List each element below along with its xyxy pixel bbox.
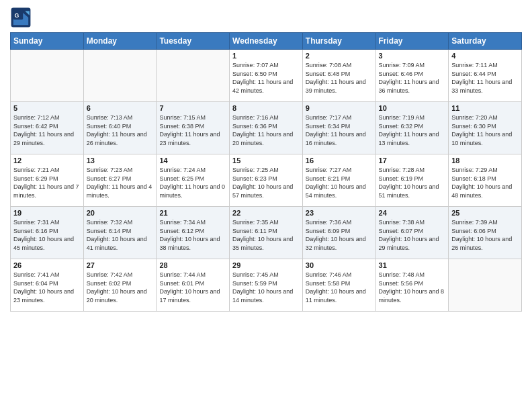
day-info: Sunrise: 7:45 AM Sunset: 5:59 PM Dayligh… — [232, 271, 300, 304]
day-number: 25 — [451, 209, 519, 217]
calendar-header-row: SundayMondayTuesdayWednesdayThursdayFrid… — [11, 33, 522, 50]
calendar-cell — [157, 50, 230, 102]
day-number: 29 — [232, 261, 300, 269]
day-info: Sunrise: 7:44 AM Sunset: 6:01 PM Dayligh… — [159, 271, 226, 304]
calendar-cell: 1Sunrise: 7:07 AM Sunset: 6:50 PM Daylig… — [230, 50, 303, 102]
calendar-cell: 5Sunrise: 7:12 AM Sunset: 6:42 PM Daylig… — [11, 102, 84, 154]
calendar-cell: 2Sunrise: 7:08 AM Sunset: 6:48 PM Daylig… — [302, 50, 375, 102]
weekday-header: Thursday — [302, 33, 375, 50]
day-info: Sunrise: 7:38 AM Sunset: 6:07 PM Dayligh… — [379, 218, 446, 252]
day-info: Sunrise: 7:32 AM Sunset: 6:14 PM Dayligh… — [87, 218, 154, 252]
day-info: Sunrise: 7:09 AM Sunset: 6:46 PM Dayligh… — [379, 61, 446, 95]
calendar-cell: 12Sunrise: 7:21 AM Sunset: 6:29 PM Dayli… — [11, 154, 84, 207]
day-number: 20 — [87, 209, 154, 217]
calendar-cell: 18Sunrise: 7:29 AM Sunset: 6:18 PM Dayli… — [449, 154, 522, 207]
weekday-header: Saturday — [449, 33, 522, 50]
day-info: Sunrise: 7:39 AM Sunset: 6:06 PM Dayligh… — [451, 218, 519, 252]
weekday-header: Monday — [83, 33, 157, 50]
calendar-cell: 20Sunrise: 7:32 AM Sunset: 6:14 PM Dayli… — [83, 207, 157, 259]
day-number: 10 — [379, 104, 446, 112]
calendar-cell: 24Sunrise: 7:38 AM Sunset: 6:07 PM Dayli… — [375, 207, 449, 259]
day-number: 19 — [13, 209, 81, 217]
calendar-cell: 25Sunrise: 7:39 AM Sunset: 6:06 PM Dayli… — [449, 207, 522, 259]
calendar-cell: 11Sunrise: 7:20 AM Sunset: 6:30 PM Dayli… — [449, 102, 522, 154]
day-info: Sunrise: 7:36 AM Sunset: 6:09 PM Dayligh… — [306, 218, 373, 252]
day-number: 12 — [13, 156, 81, 165]
logo-icon: G — [10, 7, 32, 28]
calendar-cell: 10Sunrise: 7:19 AM Sunset: 6:32 PM Dayli… — [375, 102, 449, 154]
day-number: 2 — [306, 52, 373, 60]
day-info: Sunrise: 7:07 AM Sunset: 6:50 PM Dayligh… — [232, 61, 300, 95]
header: G — [10, 7, 522, 28]
day-info: Sunrise: 7:12 AM Sunset: 6:42 PM Dayligh… — [13, 113, 81, 147]
calendar-cell: 27Sunrise: 7:42 AM Sunset: 6:02 PM Dayli… — [83, 259, 157, 312]
calendar-week-row: 26Sunrise: 7:41 AM Sunset: 6:04 PM Dayli… — [11, 259, 522, 312]
calendar-cell — [11, 50, 84, 102]
calendar-cell: 19Sunrise: 7:31 AM Sunset: 6:16 PM Dayli… — [11, 207, 84, 259]
day-info: Sunrise: 7:29 AM Sunset: 6:18 PM Dayligh… — [451, 166, 519, 199]
day-number: 17 — [379, 156, 446, 165]
calendar-cell: 4Sunrise: 7:11 AM Sunset: 6:44 PM Daylig… — [449, 50, 522, 102]
day-info: Sunrise: 7:41 AM Sunset: 6:04 PM Dayligh… — [13, 271, 81, 304]
day-number: 14 — [159, 156, 226, 165]
day-info: Sunrise: 7:21 AM Sunset: 6:29 PM Dayligh… — [13, 166, 81, 199]
day-number: 23 — [306, 209, 373, 217]
day-info: Sunrise: 7:27 AM Sunset: 6:21 PM Dayligh… — [306, 166, 373, 199]
day-number: 13 — [87, 156, 154, 165]
weekday-header: Friday — [375, 33, 449, 50]
day-info: Sunrise: 7:35 AM Sunset: 6:11 PM Dayligh… — [232, 218, 300, 252]
day-number: 5 — [13, 104, 81, 112]
calendar-cell: 28Sunrise: 7:44 AM Sunset: 6:01 PM Dayli… — [157, 259, 230, 312]
day-number: 1 — [232, 52, 300, 60]
calendar-cell: 9Sunrise: 7:17 AM Sunset: 6:34 PM Daylig… — [302, 102, 375, 154]
day-number: 6 — [87, 104, 154, 112]
day-info: Sunrise: 7:25 AM Sunset: 6:23 PM Dayligh… — [232, 166, 300, 199]
day-number: 28 — [159, 261, 226, 269]
day-info: Sunrise: 7:34 AM Sunset: 6:12 PM Dayligh… — [159, 218, 226, 252]
calendar-week-row: 12Sunrise: 7:21 AM Sunset: 6:29 PM Dayli… — [11, 154, 522, 207]
calendar-cell: 23Sunrise: 7:36 AM Sunset: 6:09 PM Dayli… — [302, 207, 375, 259]
day-number: 3 — [379, 52, 446, 60]
day-info: Sunrise: 7:17 AM Sunset: 6:34 PM Dayligh… — [306, 113, 373, 147]
day-number: 7 — [159, 104, 226, 112]
day-number: 31 — [379, 261, 446, 269]
day-info: Sunrise: 7:19 AM Sunset: 6:32 PM Dayligh… — [379, 113, 446, 147]
weekday-header: Sunday — [11, 33, 84, 50]
page: G SundayMondayTuesdayWednesdayThursdayFr… — [0, 0, 532, 411]
day-number: 22 — [232, 209, 300, 217]
day-info: Sunrise: 7:16 AM Sunset: 6:36 PM Dayligh… — [232, 113, 300, 147]
day-info: Sunrise: 7:31 AM Sunset: 6:16 PM Dayligh… — [13, 218, 81, 252]
day-info: Sunrise: 7:20 AM Sunset: 6:30 PM Dayligh… — [451, 113, 519, 147]
calendar-week-row: 5Sunrise: 7:12 AM Sunset: 6:42 PM Daylig… — [11, 102, 522, 154]
day-number: 11 — [451, 104, 519, 112]
calendar-cell: 13Sunrise: 7:23 AM Sunset: 6:27 PM Dayli… — [83, 154, 157, 207]
calendar-cell: 29Sunrise: 7:45 AM Sunset: 5:59 PM Dayli… — [230, 259, 303, 312]
calendar-cell: 14Sunrise: 7:24 AM Sunset: 6:25 PM Dayli… — [157, 154, 230, 207]
logo: G — [10, 7, 34, 28]
day-number: 30 — [306, 261, 373, 269]
day-number: 9 — [306, 104, 373, 112]
day-number: 4 — [451, 52, 519, 60]
calendar-cell: 30Sunrise: 7:46 AM Sunset: 5:58 PM Dayli… — [302, 259, 375, 312]
calendar-cell: 17Sunrise: 7:28 AM Sunset: 6:19 PM Dayli… — [375, 154, 449, 207]
day-number: 18 — [451, 156, 519, 165]
day-info: Sunrise: 7:28 AM Sunset: 6:19 PM Dayligh… — [379, 166, 446, 199]
day-info: Sunrise: 7:42 AM Sunset: 6:02 PM Dayligh… — [87, 271, 154, 304]
day-info: Sunrise: 7:48 AM Sunset: 5:56 PM Dayligh… — [379, 271, 446, 304]
day-info: Sunrise: 7:24 AM Sunset: 6:25 PM Dayligh… — [159, 166, 226, 199]
day-info: Sunrise: 7:23 AM Sunset: 6:27 PM Dayligh… — [87, 166, 154, 199]
day-info: Sunrise: 7:46 AM Sunset: 5:58 PM Dayligh… — [306, 271, 373, 304]
day-number: 16 — [306, 156, 373, 165]
day-info: Sunrise: 7:15 AM Sunset: 6:38 PM Dayligh… — [159, 113, 226, 147]
calendar-cell: 7Sunrise: 7:15 AM Sunset: 6:38 PM Daylig… — [157, 102, 230, 154]
calendar-cell: 15Sunrise: 7:25 AM Sunset: 6:23 PM Dayli… — [230, 154, 303, 207]
day-number: 27 — [87, 261, 154, 269]
calendar-cell: 31Sunrise: 7:48 AM Sunset: 5:56 PM Dayli… — [375, 259, 449, 312]
calendar-table: SundayMondayTuesdayWednesdayThursdayFrid… — [10, 32, 522, 312]
calendar-cell: 16Sunrise: 7:27 AM Sunset: 6:21 PM Dayli… — [302, 154, 375, 207]
day-info: Sunrise: 7:13 AM Sunset: 6:40 PM Dayligh… — [87, 113, 154, 147]
day-number: 24 — [379, 209, 446, 217]
day-number: 21 — [159, 209, 226, 217]
day-number: 8 — [232, 104, 300, 112]
day-number: 26 — [13, 261, 81, 269]
